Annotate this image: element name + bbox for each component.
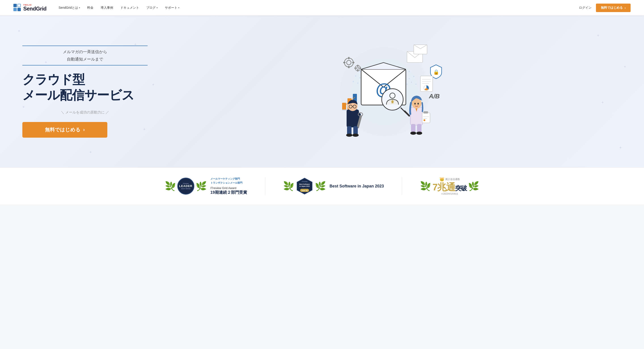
volume-label: 累計送信通数: [445, 178, 460, 181]
logo-sendgrid-text: SendGrid: [23, 6, 46, 11]
volume-number: 7兆通突破: [432, 182, 467, 192]
svg-text:A/B: A/B: [429, 93, 440, 100]
svg-point-29: [357, 82, 358, 84]
svg-text:TOP 50: TOP 50: [302, 190, 308, 192]
svg-rect-48: [352, 62, 354, 63]
hero-title: クラウド型 メール配信サービス: [22, 72, 148, 103]
hero-content: メルマガの一斉送信から 自動通知メールまで クラウド型 メール配信サービス ＼ …: [22, 45, 148, 138]
logo[interactable]: TWILIO SendGrid: [14, 4, 46, 12]
svg-text:★: ★: [391, 100, 394, 104]
divider-2: [402, 177, 402, 195]
svg-rect-89: [424, 111, 428, 113]
svg-point-2: [359, 71, 361, 72]
hero-subtitle: メルマガの一斉送信から 自動通知メールまで: [22, 45, 148, 65]
svg-rect-47: [343, 62, 346, 63]
hero-illustration: 🔒 @: [148, 40, 622, 143]
nav-item-blog[interactable]: ブログ ▾: [143, 4, 161, 12]
svg-point-28: [353, 81, 354, 82]
svg-point-13: [408, 71, 410, 72]
nav-item-cases[interactable]: 導入事例: [98, 4, 116, 12]
svg-point-44: [346, 60, 351, 65]
svg-rect-45: [348, 57, 350, 59]
svg-point-81: [352, 134, 359, 137]
svg-point-96: [416, 132, 422, 135]
award-best-software: 🌿 ITreview Best Software in Japan 2023 T…: [283, 177, 384, 195]
svg-rect-53: [354, 68, 356, 69]
itreview-tag2: トランザクションメール部門: [210, 181, 247, 185]
svg-point-27: [413, 76, 414, 77]
svg-point-40: [406, 83, 408, 85]
svg-text:🔒: 🔒: [433, 69, 440, 75]
itreview-highlight: 19期連続２部門受賞: [210, 190, 247, 195]
svg-rect-88: [422, 113, 430, 123]
volume-note: ※2023年5月時点: [432, 192, 467, 196]
hero-section: + + + + + + + + + + + メルマガの一斉送信から 自動通知メー…: [0, 16, 644, 168]
svg-text:Best Software: Best Software: [299, 183, 310, 185]
nav-item-docs[interactable]: ドキュメント: [117, 4, 142, 12]
best-software-badge: ITreview Best Software in Japan 2023 TOP…: [296, 177, 314, 195]
svg-point-95: [410, 132, 416, 135]
svg-point-14: [355, 75, 356, 77]
itreview-badge: ITreview LEADER 2024 Winter: [177, 178, 194, 195]
svg-text:in Japan 2023: in Japan 2023: [300, 185, 310, 187]
svg-rect-52: [357, 70, 358, 71]
header-cta-button[interactable]: 無料ではじめる ›: [596, 3, 630, 12]
hero-tagline: ＼ メールを成功の原動力に ／: [22, 110, 148, 115]
login-button[interactable]: ログイン: [575, 4, 595, 12]
svg-point-85: [414, 103, 416, 105]
svg-point-86: [418, 103, 419, 105]
award-itreview: 🌿 ITreview LEADER 2024 Winter 🌿 メールマーケティ…: [165, 177, 247, 195]
chevron-down-icon: ▾: [156, 6, 158, 9]
nav-item-pricing[interactable]: 料金: [84, 4, 96, 12]
svg-point-42: [415, 83, 416, 85]
svg-rect-46: [348, 66, 350, 68]
svg-point-26: [408, 78, 410, 79]
svg-text:ITreview: ITreview: [302, 181, 308, 182]
header: TWILIO SendGrid SendGridとは ▾ 料金 導入事例 ドキュ…: [0, 0, 644, 16]
svg-point-80: [346, 134, 352, 137]
itreview-tag1: メールマーケティング部門: [210, 177, 247, 181]
best-software-main: Best Software in Japan 2023: [330, 184, 384, 189]
nav-item-support[interactable]: サポート ▾: [162, 4, 182, 12]
awards-section: 🌿 ITreview LEADER 2024 Winter 🌿 メールマーケティ…: [0, 168, 644, 204]
chevron-down-icon: ▾: [178, 6, 179, 9]
nav-item-about[interactable]: SendGridとは ▾: [56, 4, 83, 12]
svg-point-15: [359, 77, 361, 78]
chevron-down-icon: ▾: [79, 6, 80, 9]
svg-rect-54: [359, 68, 361, 69]
main-nav: SendGridとは ▾ 料金 導入事例 ドキュメント ブログ ▾ サポート ▾…: [56, 3, 630, 12]
divider-1: [265, 177, 265, 195]
hero-image: 🔒 @: [320, 40, 450, 143]
svg-rect-51: [357, 65, 358, 67]
award-volume: 🌿 👑 累計送信通数 7兆通突破 ※2023年5月時点 🌿: [420, 177, 479, 196]
svg-point-41: [411, 81, 412, 83]
svg-point-92: [424, 119, 425, 121]
itreview-main: ITreview Grid Award: [210, 186, 247, 190]
hero-cta-button[interactable]: 無料ではじめる ›: [22, 122, 107, 138]
logo-icon: [14, 4, 22, 12]
